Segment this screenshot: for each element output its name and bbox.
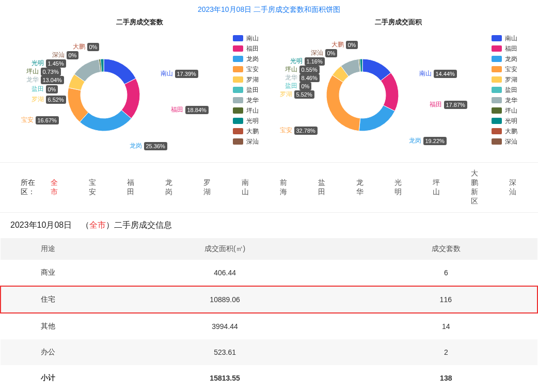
legend-item[interactable]: 盐田: [233, 85, 259, 95]
callout-name: 深汕: [52, 51, 65, 59]
legend-swatch: [233, 76, 243, 83]
cell-total-use: 小计: [1, 365, 96, 391]
legend-item[interactable]: 坪山: [492, 105, 517, 116]
callout: 龙华8.46%: [285, 73, 320, 82]
legend-item[interactable]: 大鹏: [233, 126, 259, 136]
legend-item[interactable]: 深汕: [492, 136, 517, 147]
tabs-label: 所在区：: [21, 178, 35, 197]
callout: 宝安16.67%: [21, 116, 59, 124]
legend-item[interactable]: 福田: [492, 43, 517, 54]
callout-name: 福田: [171, 105, 183, 114]
legend-label: 光明: [505, 116, 517, 126]
cell-count: 14: [355, 313, 537, 339]
callout: 坪山0.73%: [26, 67, 61, 76]
donut-slice[interactable]: [326, 75, 360, 131]
callout-pct: 13.04%: [41, 76, 64, 84]
table-row: 住宅10889.06116: [1, 286, 537, 313]
callout-pct: 0.55%: [299, 66, 320, 74]
callout: 光明1.16%: [290, 57, 325, 66]
callout-pct: 0%: [67, 51, 79, 59]
tab-大鹏新区[interactable]: 大鹏新区: [471, 169, 478, 206]
callout-pct: 17.87%: [444, 101, 467, 109]
legend-swatch: [492, 45, 502, 52]
legend-item[interactable]: 光明: [492, 116, 517, 126]
legend-item[interactable]: 南山: [492, 33, 517, 43]
legend-item[interactable]: 龙华: [233, 95, 259, 105]
legend-item[interactable]: 龙岗: [233, 54, 259, 64]
callout-pct: 19.22%: [423, 137, 447, 145]
tab-罗湖[interactable]: 罗湖: [203, 178, 211, 197]
legend-item[interactable]: 宝安: [492, 64, 517, 74]
callout: 大鹏0%: [331, 40, 358, 49]
legend-item[interactable]: 深汕: [233, 136, 259, 147]
legend-label: 福田: [505, 43, 517, 54]
legend-swatch: [492, 35, 502, 41]
cell-count: 2: [355, 339, 537, 365]
tab-盐田[interactable]: 盐田: [318, 178, 325, 197]
legend-item[interactable]: 罗湖: [492, 74, 517, 85]
table-total-row: 小计15813.55138: [1, 365, 537, 391]
legend-item[interactable]: 龙华: [492, 95, 517, 105]
legend-item[interactable]: 盐田: [492, 85, 517, 95]
legend-swatch: [492, 97, 502, 103]
tab-龙华[interactable]: 龙华: [356, 178, 363, 197]
callout-pct: 0%: [87, 43, 100, 51]
legend-swatch: [233, 35, 243, 41]
tab-光明[interactable]: 光明: [394, 178, 402, 197]
legend-item[interactable]: 大鹏: [492, 126, 517, 136]
callout-pct: 0%: [299, 82, 312, 90]
callout-pct: 8.46%: [299, 74, 320, 82]
tab-前海[interactable]: 前海: [280, 178, 287, 197]
tab-南山[interactable]: 南山: [242, 178, 249, 197]
legend-swatch: [233, 97, 243, 103]
callout: 坪山0.55%: [285, 65, 320, 74]
legend-label: 罗湖: [246, 74, 259, 85]
cell-use: 商业: [1, 260, 96, 286]
callout-name: 南山: [419, 69, 432, 78]
legend-label: 坪山: [246, 105, 259, 116]
tab-深汕[interactable]: 深汕: [509, 178, 516, 197]
callout-pct: 14.44%: [434, 70, 457, 78]
legend-item[interactable]: 罗湖: [233, 74, 259, 85]
cell-total-count: 138: [355, 365, 537, 391]
tab-龙岗[interactable]: 龙岗: [165, 178, 172, 197]
legend-item[interactable]: 南山: [233, 33, 259, 43]
callout-name: 盐田: [285, 82, 297, 90]
legend-item[interactable]: 龙岗: [492, 54, 517, 64]
legend-label: 宝安: [505, 64, 517, 74]
callout-pct: 6.52%: [46, 96, 66, 104]
legend-item[interactable]: 宝安: [233, 64, 259, 74]
legend-label: 深汕: [246, 136, 259, 147]
callout-name: 龙岗: [130, 142, 142, 150]
legend-item[interactable]: 福田: [233, 43, 259, 54]
callout: 宝安32.78%: [280, 126, 318, 135]
legend-swatch: [492, 66, 502, 72]
chart-area-title: 二手房成交面积: [275, 18, 523, 27]
callout: 深汕0%: [52, 51, 79, 59]
tab-福田[interactable]: 福田: [127, 178, 134, 197]
callout-name: 大鹏: [331, 40, 344, 49]
tab-坪山[interactable]: 坪山: [433, 178, 440, 197]
legend-label: 光明: [246, 116, 259, 126]
th-use: 用途: [1, 238, 96, 260]
legend-item[interactable]: 坪山: [233, 105, 259, 116]
callout-name: 坪山: [26, 67, 39, 76]
tab-全市[interactable]: 全市: [51, 178, 58, 197]
legend-label: 罗湖: [505, 74, 517, 85]
chart-count: 二手房成交套数 南山福田龙岗宝安罗湖盐田龙华坪山光明大鹏深汕 南山17.39%福…: [16, 18, 264, 152]
cell-area: 10889.06: [96, 286, 355, 313]
legend-swatch: [233, 87, 243, 93]
legend-swatch: [492, 128, 502, 134]
cell-use: 住宅: [1, 286, 96, 313]
legend-label: 深汕: [505, 136, 517, 147]
table-row: 其他3994.4414: [1, 313, 537, 339]
donut-slice[interactable]: [104, 59, 136, 84]
tab-宝安[interactable]: 宝安: [89, 178, 96, 197]
legend-swatch: [233, 66, 243, 72]
callout-pct: 17.39%: [175, 70, 198, 78]
donut-slice[interactable]: [359, 105, 394, 131]
callout-name: 深汕: [311, 49, 323, 57]
callout-pct: 18.84%: [185, 106, 209, 114]
legend-item[interactable]: 光明: [233, 116, 259, 126]
callout-name: 大鹏: [73, 42, 85, 51]
